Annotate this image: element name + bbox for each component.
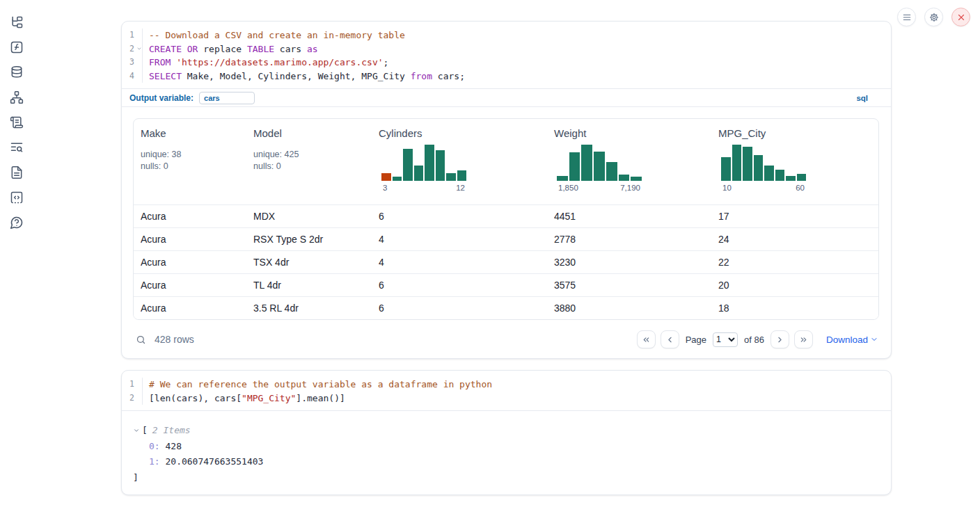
histogram-bar xyxy=(425,145,434,181)
database-icon xyxy=(10,65,24,79)
table-row[interactable]: AcuraTSX 4dr4323022 xyxy=(134,250,878,273)
code-snippet-icon xyxy=(10,191,24,204)
table-cell: Acura xyxy=(141,303,253,314)
chevrons-left-icon xyxy=(642,335,651,344)
item-value: 428 xyxy=(165,441,181,451)
table-cell: 18 xyxy=(718,303,871,314)
table-row[interactable]: AcuraRSX Type S 2dr4277824 xyxy=(134,227,878,250)
python-cell: 1# We can reference the output variable … xyxy=(121,370,892,495)
column-header-mpg-city[interactable]: MPG_City 1060 xyxy=(718,119,871,204)
code-line[interactable]: 4SELECT Make, Model, Cylinders, Weight, … xyxy=(122,70,891,83)
table-row[interactable]: Acura3.5 RL 4dr6388018 xyxy=(134,296,878,319)
table-footer: 428 rows Page 1 of 86 Download xyxy=(122,320,891,359)
weight-histogram[interactable]: 1,8507,190 xyxy=(557,145,642,192)
item-index: 1: xyxy=(149,456,160,467)
histogram-bar xyxy=(606,162,617,181)
page-select[interactable]: 1 xyxy=(713,332,738,347)
sidebar-item-snippets[interactable] xyxy=(7,188,26,207)
code-line[interactable]: 1-- Download a CSV and create an in-memo… xyxy=(122,29,891,42)
left-icon-rail xyxy=(0,0,33,238)
sql-cell: 1-- Download a CSV and create an in-memo… xyxy=(121,21,892,359)
search-icon[interactable] xyxy=(136,335,146,345)
table-body: AcuraMDX6445117AcuraRSX Type S 2dr427782… xyxy=(134,204,878,319)
mpg-city-histogram[interactable]: 1060 xyxy=(721,145,806,192)
sidebar-item-variables[interactable] xyxy=(7,38,26,57)
column-header-cylinders[interactable]: Cylinders 312 xyxy=(379,119,554,204)
output-variable-label: Output variable: xyxy=(129,93,193,103)
output-variable-input[interactable] xyxy=(199,92,255,104)
chevron-down-icon xyxy=(870,335,878,344)
row-count: 428 rows xyxy=(155,334,194,345)
table-cell: 4 xyxy=(379,234,554,245)
histogram-bar xyxy=(581,145,592,181)
table-header: Make unique: 38 nulls: 0 Model unique: 4… xyxy=(134,119,878,204)
code-line[interactable]: 2[len(cars), cars["MPG_City"].mean()] xyxy=(122,392,891,405)
table-cell: 3230 xyxy=(554,257,718,268)
page-of-label: of 86 xyxy=(744,335,764,345)
fold-chevron-icon[interactable] xyxy=(136,46,142,51)
scroll-icon xyxy=(10,115,24,129)
first-page-button[interactable] xyxy=(637,330,656,348)
previous-page-button[interactable] xyxy=(661,330,679,348)
help-bubble-icon xyxy=(10,216,24,230)
file-text-icon xyxy=(10,166,24,179)
sidebar-item-scratchpad[interactable] xyxy=(7,113,26,132)
output-variable-bar: Output variable: sql xyxy=(122,88,891,107)
code-text: [len(cars), cars["MPG_City"].mean()] xyxy=(143,392,345,405)
histogram-bar xyxy=(732,145,742,181)
python-code-editor[interactable]: 1# We can reference the output variable … xyxy=(122,371,891,410)
column-label: Model xyxy=(253,127,379,139)
table-cell: 3.5 RL 4dr xyxy=(253,303,379,314)
table-cell: TL 4dr xyxy=(253,280,379,291)
code-line[interactable]: 1# We can reference the output variable … xyxy=(122,378,891,392)
histogram-axis: 312 xyxy=(381,184,466,192)
histogram-bar xyxy=(754,155,764,181)
histogram-bar xyxy=(775,170,785,181)
table-cell: 4451 xyxy=(554,211,718,222)
sidebar-item-help[interactable] xyxy=(7,213,26,232)
table-cell: TSX 4dr xyxy=(253,257,379,268)
column-header-model[interactable]: Model unique: 425 nulls: 0 xyxy=(253,119,379,204)
top-right-controls xyxy=(897,8,970,26)
next-page-button[interactable] xyxy=(770,330,789,348)
table-row[interactable]: AcuraMDX6445117 xyxy=(134,204,878,227)
table-cell: Acura xyxy=(141,211,253,222)
histogram-bar xyxy=(569,152,580,181)
sidebar-item-file-explorer[interactable] xyxy=(7,13,26,32)
sidebar-item-data-sources[interactable] xyxy=(7,63,26,82)
histogram-bar xyxy=(797,174,807,181)
results-table: Make unique: 38 nulls: 0 Model unique: 4… xyxy=(133,118,879,320)
histogram-bar xyxy=(457,170,467,181)
settings-button[interactable] xyxy=(924,8,943,26)
output-list-item: 1: 20.060747663551403 xyxy=(133,454,880,470)
code-line[interactable]: 2CREATE OR replace TABLE cars as xyxy=(122,42,891,56)
output-list-entries: 0: 4281: 20.060747663551403 xyxy=(133,439,880,470)
column-label: Cylinders xyxy=(379,127,554,139)
table-row[interactable]: AcuraTL 4dr6357520 xyxy=(134,273,878,296)
line-number: 4 xyxy=(122,70,143,83)
line-number: 3 xyxy=(122,56,143,70)
histogram-bar xyxy=(594,152,605,181)
collapse-chevron-icon[interactable] xyxy=(133,427,140,434)
column-stats: unique: 38 nulls: 0 xyxy=(141,149,253,172)
code-text: # We can reference the output variable a… xyxy=(143,378,492,392)
code-line[interactable]: 3FROM 'https://datasets.marimo.app/cars.… xyxy=(122,56,891,70)
shutdown-button[interactable] xyxy=(951,8,970,26)
download-button[interactable]: Download xyxy=(826,335,878,345)
code-text: FROM 'https://datasets.marimo.app/cars.c… xyxy=(143,56,388,70)
sidebar-item-logs[interactable] xyxy=(7,138,26,157)
notebook-menu-button[interactable] xyxy=(897,8,916,26)
last-page-button[interactable] xyxy=(794,330,813,348)
sidebar-item-dependency-graph[interactable] xyxy=(7,88,26,107)
code-text: SELECT Make, Model, Cylinders, Weight, M… xyxy=(143,70,465,83)
stat-unique: unique: 38 xyxy=(141,149,253,161)
sql-code-editor[interactable]: 1-- Download a CSV and create an in-memo… xyxy=(122,22,891,88)
table-cell: 24 xyxy=(718,234,871,245)
sidebar-item-documentation[interactable] xyxy=(7,163,26,182)
column-header-weight[interactable]: Weight 1,8507,190 xyxy=(554,119,718,204)
output-list-header: [ 2 Items xyxy=(133,423,880,439)
column-header-make[interactable]: Make unique: 38 nulls: 0 xyxy=(141,119,253,204)
column-label: Make xyxy=(141,127,253,139)
cylinders-histogram[interactable]: 312 xyxy=(381,145,466,192)
column-label: Weight xyxy=(554,127,718,139)
